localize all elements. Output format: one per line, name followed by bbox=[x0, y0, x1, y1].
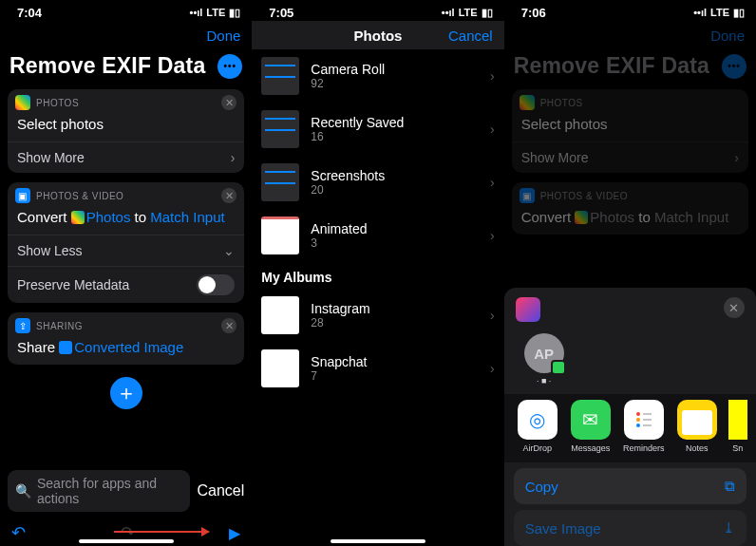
contact-suggestion[interactable]: AP · ■ · bbox=[516, 333, 573, 386]
converted-image-token[interactable]: Converted Image bbox=[59, 339, 183, 355]
cancel-button[interactable]: Cancel bbox=[198, 482, 245, 499]
action-card-photos: PHOTOS Select photos Show More› bbox=[512, 89, 748, 173]
run-button[interactable]: ▶ bbox=[229, 524, 240, 542]
remove-action-button[interactable]: ✕ bbox=[221, 188, 236, 203]
chevron-right-icon: › bbox=[490, 308, 495, 323]
share-sheet: ✕ AP · ■ · ◎AirDrop ✉Messages Reminders … bbox=[504, 288, 756, 546]
svg-point-0 bbox=[636, 412, 640, 416]
show-more-row[interactable]: Show More › bbox=[8, 141, 244, 173]
share-action-copy[interactable]: Copy ⧉ bbox=[514, 468, 747, 504]
battery-icon: ▮▯ bbox=[229, 7, 240, 19]
signal-icon: ••ıl bbox=[190, 7, 203, 18]
chevron-right-icon: › bbox=[490, 122, 495, 137]
battery-icon: ▮▯ bbox=[733, 7, 745, 19]
network-label: LTE bbox=[710, 7, 729, 18]
close-sheet-button[interactable]: ✕ bbox=[724, 297, 745, 318]
nav-bar: Done bbox=[0, 21, 252, 49]
album-row[interactable]: Instagram28 › bbox=[252, 289, 503, 342]
show-less-label: Show Less bbox=[17, 243, 82, 258]
share-action-save-image[interactable]: Save Image ⤓ bbox=[514, 510, 747, 546]
app-label: Reminders bbox=[623, 443, 665, 453]
photos-token: Photos bbox=[575, 209, 634, 225]
battery-icon: ▮▯ bbox=[482, 7, 493, 19]
album-count: 92 bbox=[311, 77, 479, 90]
chevron-right-icon: › bbox=[490, 228, 495, 243]
remove-action-button[interactable]: ✕ bbox=[221, 318, 236, 333]
status-bar: 7:05 ••ıl LTE ▮▯ bbox=[252, 0, 503, 21]
album-row[interactable]: Animated3 › bbox=[252, 209, 503, 262]
album-count: 16 bbox=[311, 130, 479, 143]
undo-button[interactable]: ↶ bbox=[11, 522, 26, 543]
suggested-contacts-row[interactable]: AP · ■ · bbox=[504, 329, 756, 394]
action-card-photos: PHOTOS ✕ Select photos Show More › bbox=[8, 89, 244, 173]
album-name: Screenshots bbox=[311, 168, 479, 183]
action-label: Save Image bbox=[525, 520, 601, 537]
album-row[interactable]: Camera Roll92 › bbox=[252, 49, 503, 103]
svg-point-1 bbox=[636, 418, 640, 422]
card-header-label: PHOTOS bbox=[36, 98, 79, 108]
avatar: AP bbox=[524, 333, 564, 373]
album-list[interactable]: Camera Roll92 › Recently Saved16 › Scree… bbox=[252, 49, 503, 546]
share-app-more[interactable]: Sn bbox=[728, 400, 747, 453]
remove-action-button[interactable]: ✕ bbox=[221, 95, 236, 110]
reminders-icon bbox=[624, 400, 664, 440]
card-header: PHOTOS ✕ bbox=[8, 89, 244, 112]
share-apps-row[interactable]: ◎AirDrop ✉Messages Reminders Notes Sn bbox=[504, 394, 756, 462]
done-button: Done bbox=[710, 28, 745, 44]
app-label: Sn bbox=[732, 443, 743, 453]
preserve-label: Preserve Metadata bbox=[17, 277, 129, 292]
photos-icon bbox=[71, 211, 85, 224]
album-thumbnail bbox=[261, 349, 299, 387]
preserve-metadata-switch[interactable] bbox=[197, 274, 235, 295]
app-label: Notes bbox=[686, 443, 709, 453]
bottom-toolbar-area: 🔍 Search for apps and actions Cancel ↶ ↷… bbox=[0, 464, 252, 546]
format-token[interactable]: Match Input bbox=[150, 209, 224, 225]
album-row[interactable]: Recently Saved16 › bbox=[252, 103, 503, 156]
action-card-convert: ▣PHOTOS & VIDEO Convert Photos to Match … bbox=[512, 182, 748, 235]
card-body: Select photos bbox=[512, 112, 748, 141]
annotation-arrow bbox=[114, 531, 209, 533]
status-bar: 7:04 ••ıl LTE ▮▯ bbox=[0, 0, 252, 21]
add-action-button[interactable]: ＋ bbox=[110, 377, 142, 409]
album-row[interactable]: Snapchat7 › bbox=[252, 342, 503, 395]
photos-token[interactable]: Photos bbox=[71, 209, 131, 225]
home-indicator[interactable] bbox=[331, 539, 425, 543]
more-button: ••• bbox=[722, 54, 747, 79]
search-placeholder: Search for apps and actions bbox=[37, 476, 182, 506]
home-indicator[interactable] bbox=[79, 539, 174, 543]
show-less-row[interactable]: Show Less ⌄ bbox=[8, 235, 244, 266]
snapchat-icon bbox=[728, 400, 747, 440]
show-more-label: Show More bbox=[17, 150, 85, 165]
done-button[interactable]: Done bbox=[206, 28, 240, 44]
album-thumbnail bbox=[261, 217, 299, 254]
album-name: Instagram bbox=[311, 301, 479, 316]
share-app-notes[interactable]: Notes bbox=[675, 400, 719, 453]
shortcuts-app-icon bbox=[516, 297, 540, 322]
cancel-button[interactable]: Cancel bbox=[448, 28, 493, 44]
share-app-messages[interactable]: ✉Messages bbox=[569, 400, 613, 453]
status-right: ••ıl LTE ▮▯ bbox=[693, 7, 745, 19]
album-row[interactable]: Screenshots20 › bbox=[252, 156, 503, 209]
title-row: Remove EXIF Data ••• bbox=[0, 49, 252, 85]
messages-badge-icon bbox=[551, 360, 566, 375]
album-thumbnail bbox=[261, 296, 299, 334]
search-row: 🔍 Search for apps and actions Cancel bbox=[0, 464, 252, 518]
card-body[interactable]: Select photos bbox=[8, 112, 244, 141]
media-icon: ▣ bbox=[520, 188, 535, 203]
action-card-share: ⇪ SHARING ✕ Share Converted Image bbox=[8, 312, 244, 365]
share-app-airdrop[interactable]: ◎AirDrop bbox=[516, 400, 559, 453]
photos-icon bbox=[575, 211, 588, 224]
card-header-label: SHARING bbox=[36, 321, 83, 331]
signal-icon: ••ıl bbox=[442, 7, 455, 18]
photos-app-icon bbox=[520, 95, 535, 110]
search-input[interactable]: 🔍 Search for apps and actions bbox=[8, 470, 190, 512]
chevron-down-icon: ⌄ bbox=[223, 243, 235, 258]
more-button[interactable]: ••• bbox=[217, 54, 242, 79]
album-name: Recently Saved bbox=[311, 115, 479, 130]
album-count: 3 bbox=[311, 236, 479, 250]
share-app-reminders[interactable]: Reminders bbox=[622, 400, 666, 453]
action-card-convert: ▣ PHOTOS & VIDEO ✕ Convert Photos to Mat… bbox=[8, 182, 244, 303]
card-header: ⇪ SHARING ✕ bbox=[8, 312, 244, 335]
network-label: LTE bbox=[206, 7, 225, 18]
network-label: LTE bbox=[459, 7, 478, 18]
